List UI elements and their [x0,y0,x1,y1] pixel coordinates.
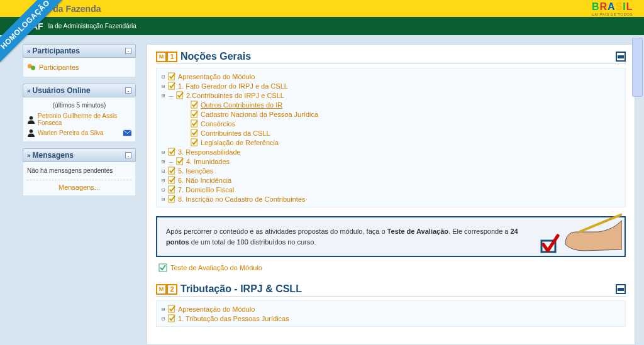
topic-link[interactable]: 2.Contribuintes do IRPJ e CSLL [186,92,284,99]
topic-link[interactable]: 6. Não Incidência [178,177,231,184]
svg-rect-11 [191,129,197,136]
topic-link[interactable]: 4. Imunidades [186,158,230,165]
topic-link[interactable]: Cadastro Nacional da Pessoa Jurídica [201,111,318,118]
topic-link[interactable]: 8. Inscrição no Cadastro de Contribuinte… [178,195,305,203]
tree-item: ⊟Apresentação do Módulo [160,304,621,314]
page-check-icon [168,167,176,175]
tree-toggle[interactable]: ⊞ [160,158,166,164]
topic-link[interactable]: 1. Fato Gerador do IRPJ e da CSLL [178,82,288,90]
page-check-icon [168,72,176,80]
topic-link[interactable]: Contribuintes da CSLL [201,129,270,137]
tree-item: Cadastro Nacional da Pessoa Jurídica [183,109,621,119]
page-check-icon [168,185,176,194]
svg-point-1 [31,65,35,70]
page-check-icon [168,82,176,90]
scrollbar[interactable] [632,38,643,97]
svg-rect-23 [169,315,174,322]
topic-link[interactable]: 5. Isenções [178,167,213,175]
svg-rect-6 [169,82,174,89]
svg-rect-22 [169,305,174,312]
module-2: M2 Tributação - IRPJ & CSLL ⊟Apresentaçã… [156,283,626,327]
topic-link[interactable]: Consórcios [201,120,235,128]
brasil-logo: BRASIL UM PAÍS DE TODOS [592,1,633,16]
tree-toggle[interactable]: ⊟ [160,168,166,173]
topic-link[interactable]: 7. Domicílio Fiscal [178,186,234,194]
tree-toggle[interactable]: ⊟ [160,83,166,89]
svg-point-2 [30,116,33,119]
svg-rect-14 [177,158,182,165]
page-check-icon [191,101,199,109]
tree-item: ⊞–2.Contribuintes do IRPJ e CSLL [160,90,621,100]
online-subtitle: (últimos 5 minutos) [27,101,131,111]
test-icon [158,263,167,272]
page-check-icon [191,129,199,137]
topic-link[interactable]: 3. Responsabilidade [178,148,241,156]
page-check-icon [191,119,199,128]
tree-item: ⊟3. Responsabilidade [160,147,621,156]
tree-item: Outros Contribuintes do IR [183,100,621,109]
topic-link[interactable]: 1. Tributação das Pessoas Jurídicas [178,315,289,322]
svg-rect-8 [191,101,197,108]
page-check-icon [176,157,184,165]
test-link[interactable]: Teste de Avaliação do Módulo [170,264,262,271]
tree-item: ⊟6. Não Incidência [160,175,621,185]
participants-link[interactable]: Participantes [39,63,79,71]
collapse-icon[interactable] [616,284,626,294]
page-check-icon [168,148,176,156]
topic-link[interactable]: Apresentação do Módulo [178,73,255,80]
top-bar: tério da Fazenda BRASIL UM PAÍS DE TODOS [0,0,644,17]
online-user-row: Warlen Pereira da Silva [27,128,131,138]
tree-toggle[interactable]: ⊟ [160,149,166,155]
svg-rect-13 [169,148,174,155]
mail-icon[interactable] [123,129,131,137]
tree-toggle[interactable]: ⊞ [160,92,166,98]
page-check-icon [168,305,176,313]
minimize-icon[interactable]: - [125,48,131,54]
people-icon [27,63,36,72]
block-messages: »Mensagens - Não há mensagens pendentes … [23,148,136,196]
topic-link[interactable]: Outros Contribuintes do IR [201,101,282,109]
tree-item: Contribuintes da CSLL [183,128,621,138]
user-link[interactable]: Petronio Guilherme de Assis Fonseca [38,112,131,126]
school-bar: AF la de Administração Fazendária [0,17,644,35]
tree-item: ⊞–4. Imunidades [160,156,621,166]
block-header-messages: »Mensagens - [23,148,136,162]
svg-rect-17 [169,186,174,193]
svg-rect-12 [191,139,197,146]
tree-item: ⊟1. Tributação das Pessoas Jurídicas [160,314,621,323]
svg-rect-7 [177,92,182,99]
page-check-icon [168,195,176,203]
online-user-row: Petronio Guilherme de Assis Fonseca [27,111,131,128]
topic-link[interactable]: Legislação de Referência [201,139,279,146]
page-check-icon [168,176,176,184]
sidebar: »Participantes - Participantes »Usuários… [23,44,136,345]
minimize-icon[interactable]: - [125,87,131,94]
user-link[interactable]: Warlen Pereira da Silva [38,129,121,136]
module-title: Tributação - IRPJ & CSLL [180,283,302,295]
tree-item: ⊟Apresentação do Módulo [160,72,621,81]
svg-rect-9 [191,111,197,118]
tree-toggle[interactable]: ⊟ [160,196,166,202]
svg-rect-10 [191,120,197,127]
tree-toggle[interactable]: ⊟ [160,177,166,183]
tree-toggle[interactable]: ⊟ [160,306,166,312]
tree-toggle[interactable]: ⊟ [160,187,166,192]
user-icon [27,129,35,137]
no-messages-text: Não há mensagens pendentes [27,165,131,178]
topic-tree: ⊟Apresentação do Módulo⊟1. Fato Gerador … [156,68,626,207]
svg-point-3 [30,129,33,133]
svg-rect-5 [169,73,174,80]
tree-toggle[interactable]: ⊟ [160,74,166,79]
minimize-icon[interactable]: - [125,152,131,158]
messages-link[interactable]: Mensagens... [58,183,100,191]
tree-item: ⊟7. Domicílio Fiscal [160,185,621,194]
block-header-online: »Usuários Online - [23,84,136,97]
module-title: Noções Gerais [180,51,251,62]
user-icon [27,116,35,124]
svg-rect-16 [169,177,174,183]
topic-link[interactable]: Apresentação do Módulo [178,305,255,313]
collapse-icon[interactable] [616,52,626,62]
module-1: M1 Noções Gerais ⊟Apresentação do Módulo… [156,51,626,272]
tree-toggle[interactable]: ⊟ [160,315,166,321]
tree-item: Legislação de Referência [183,138,621,147]
